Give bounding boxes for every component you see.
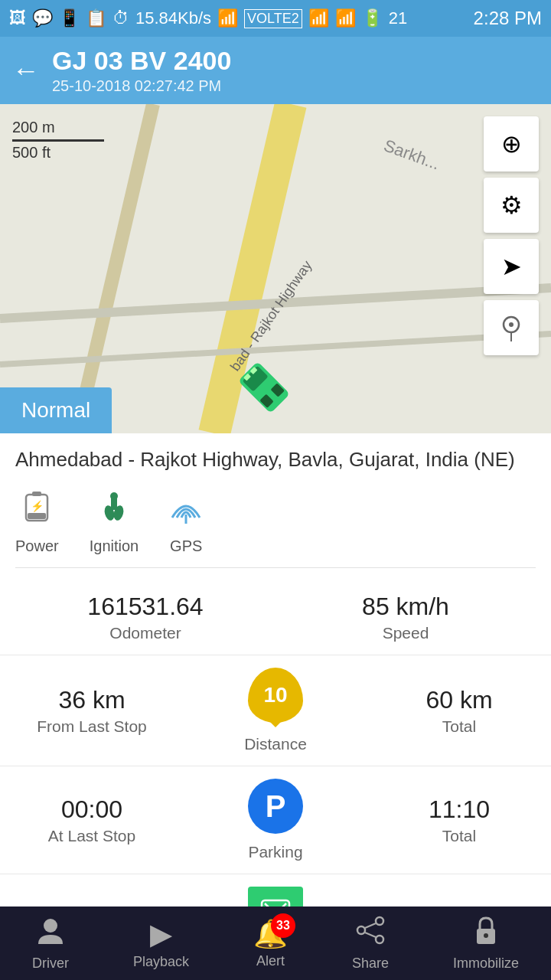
from-last-stop-label: From Last Stop [37,717,147,736]
bottom-navigation: Driver ▶ Playback 🔔 33 Alert Share [0,906,551,980]
battery-icon: 🔋 [362,8,383,28]
total-parking-value: 11:10 [429,795,490,824]
status-bar-left: 🖼 💬 📱 📋 ⏱ 15.84Kb/s 📶 VOLTE2 📶 📶 🔋 21 [9,8,407,28]
speed-stat: 85 km/h Speed [276,593,536,642]
header-info: GJ 03 BV 2400 25-10-2018 02:27:42 PM [52,46,231,95]
maps-pin-button[interactable] [484,300,539,355]
time-display: 2:28 PM [474,8,542,29]
parking-icon: P [248,779,303,834]
distance-center: 10 Distance [184,668,367,753]
ignition-icon [97,492,131,533]
clock-icon: ⏱ [112,8,129,28]
share-icon [355,915,386,952]
speed-label: Speed [383,624,429,642]
driver-label: Driver [32,956,69,972]
status-bar-right: 2:28 PM [474,8,542,29]
svg-point-14 [509,322,514,327]
odometer-speed-row: 161531.64 Odometer 85 km/h Speed [0,580,551,655]
immobilize-icon [471,915,501,952]
message-icon: 💬 [32,8,53,28]
timestamp: 25-10-2018 02:27:42 PM [52,77,231,95]
odometer-stat: 161531.64 Odometer [15,593,276,642]
total-distance-label: Total [442,717,476,736]
total-distance-stat: 60 km Total [367,686,551,736]
status-bar: 🖼 💬 📱 📋 ⏱ 15.84Kb/s 📶 VOLTE2 📶 📶 🔋 21 2:… [0,0,551,37]
playback-icon: ▶ [150,917,172,951]
signal-icon: 📶 [308,8,329,28]
svg-point-26 [44,919,57,933]
map-view[interactable]: Sarkh... bad - Rajkot Highway 200 m 500 … [0,104,551,433]
vehicle-id: GJ 03 BV 2400 [52,46,231,76]
playback-label: Playback [133,954,189,970]
map-type-button[interactable]: Normal [0,387,112,433]
svg-line-30 [365,923,376,928]
location-text: Ahmedabad - Rajkot Highway, Bavla, Gujar… [15,446,536,473]
from-last-stop-stat: 36 km From Last Stop [0,686,184,736]
battery-level: 21 [389,8,407,28]
total-parking-label: Total [442,827,476,845]
volte-badge: VOLTE2 [244,9,302,28]
svg-rect-17 [32,492,41,496]
svg-line-31 [365,933,376,937]
power-icon: ⚡ [20,492,54,533]
page-header: ← GJ 03 BV 2400 25-10-2018 02:27:42 PM [0,37,551,104]
immobilize-label: Immobilize [453,956,519,972]
power-label: Power [15,537,59,555]
from-last-stop-value: 36 km [58,686,125,714]
locate-button[interactable]: ⊕ [484,116,539,172]
scale-metric: 200 m [12,116,104,138]
svg-point-33 [484,933,488,938]
parking-row: 00:00 At Last Stop P Parking 11:10 Total [0,766,551,874]
nav-alert[interactable]: 🔔 33 Alert [253,918,288,969]
svg-point-29 [376,936,383,943]
svg-rect-18 [28,513,46,519]
info-section: Ahmedabad - Rajkot Highway, Bavla, Gujar… [0,433,551,580]
settings-button[interactable]: ⚙ [484,178,539,233]
status-icons-row: ⚡ Power Ignition [15,485,536,568]
gps-icon [169,492,203,533]
alert-label: Alert [256,953,285,969]
gps-label: GPS [170,537,202,555]
distance-label: Distance [244,735,307,753]
distance-row: 36 km From Last Stop 10 Distance 60 km T… [0,655,551,766]
alert-badge: 33 [271,913,295,938]
total-parking-stat: 11:10 Total [367,795,551,845]
ignition-label: Ignition [90,537,139,555]
speed-value: 85 km/h [362,593,449,621]
at-last-stop-value: 00:00 [61,795,122,824]
odometer-value: 161531.64 [87,593,203,621]
svg-point-23 [110,492,118,500]
signal2-icon: 📶 [335,8,356,28]
at-last-stop-label: At Last Stop [48,827,135,845]
svg-text:⚡: ⚡ [31,500,44,513]
whatsapp-icon: 📱 [59,8,80,28]
map-controls: ⊕ ⚙ ➤ [484,116,539,355]
directions-button[interactable]: ➤ [484,239,539,294]
ignition-status: Ignition [90,492,139,555]
gps-status: GPS [169,492,203,555]
nav-immobilize[interactable]: Immobilize [453,915,519,972]
share-label: Share [352,956,389,972]
nav-playback[interactable]: ▶ Playback [133,917,189,970]
total-distance-value: 60 km [425,686,492,714]
back-button[interactable]: ← [12,54,40,87]
svg-point-28 [357,926,365,934]
sim-icon: 📋 [86,8,106,28]
scale-feet: 500 ft [12,142,104,163]
parking-label: Parking [248,843,302,861]
power-status: ⚡ Power [15,492,59,555]
map-scale: 200 m 500 ft [12,116,104,163]
nav-share[interactable]: Share [352,915,389,972]
speed-indicator: 15.84Kb/s [135,8,211,28]
odometer-label: Odometer [109,624,181,642]
distance-badge: 10 [248,668,303,723]
at-last-stop-stat: 00:00 At Last Stop [0,795,184,845]
svg-point-27 [376,917,383,925]
wifi-icon: 📶 [217,8,238,28]
driver-icon [35,915,66,952]
parking-center: P Parking [184,779,367,861]
nav-driver[interactable]: Driver [32,915,69,972]
image-icon: 🖼 [9,8,26,28]
